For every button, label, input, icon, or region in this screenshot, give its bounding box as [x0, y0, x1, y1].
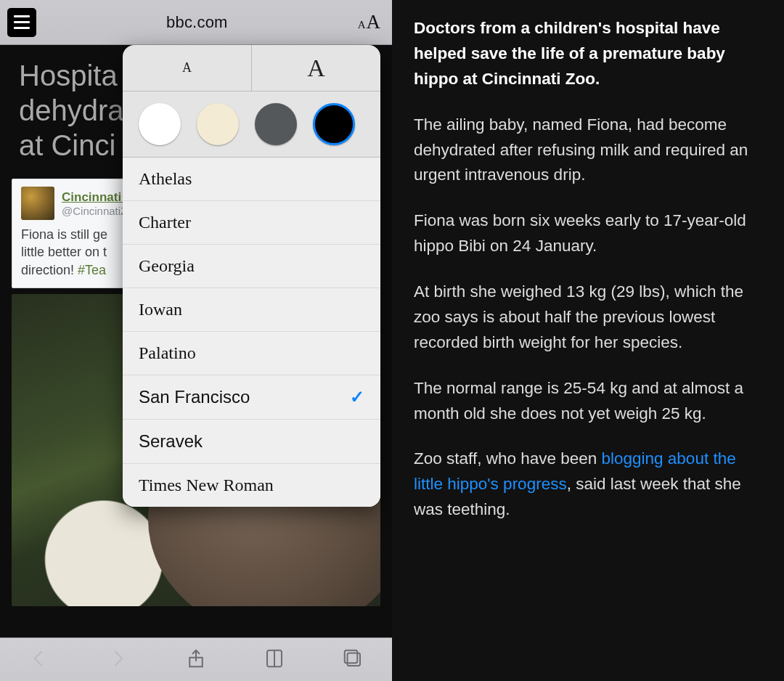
font-option-label: Charter — [139, 213, 191, 232]
article-paragraph: At birth she weighed 13 kg (29 lbs), whi… — [414, 280, 768, 356]
font-option-iowan[interactable]: Iowan — [123, 288, 380, 332]
theme-swatch-black[interactable] — [313, 103, 355, 145]
back-button[interactable] — [28, 648, 50, 672]
font-option-charter[interactable]: Charter — [123, 201, 380, 245]
theme-swatch-sepia[interactable] — [197, 103, 239, 145]
bookmarks-button[interactable] — [264, 648, 285, 672]
text-size-button[interactable]: AA — [358, 11, 385, 33]
theme-swatch-white[interactable] — [139, 103, 181, 145]
font-option-san-francisco[interactable]: San Francisco✓ — [123, 375, 380, 420]
text-size-small-icon: A — [358, 19, 366, 31]
article-paragraph: The normal range is 25-54 kg and at almo… — [414, 376, 768, 427]
font-option-label: Times New Roman — [139, 476, 274, 495]
left-screenshot: bbc.com AA Hospitadehydraat Cinci Cincin… — [0, 0, 392, 681]
font-list: AthelasCharterGeorgiaIowanPalatinoSan Fr… — [123, 158, 380, 507]
article-lead: Doctors from a children's hospital have … — [414, 16, 768, 92]
font-option-label: Seravek — [139, 431, 203, 452]
theme-row — [123, 91, 380, 158]
avatar — [21, 187, 54, 220]
text-size-row: A A — [123, 45, 380, 91]
svg-rect-3 — [348, 653, 361, 666]
tabs-button[interactable] — [342, 648, 364, 672]
theme-swatch-gray[interactable] — [255, 103, 297, 145]
article-paragraph: Zoo staff, who have been blogging about … — [414, 446, 768, 523]
svg-rect-4 — [345, 650, 358, 663]
font-option-label: Iowan — [139, 300, 182, 319]
font-option-label: San Francisco — [139, 387, 250, 407]
right-screenshot-article: Doctors from a children's hospital have … — [392, 0, 784, 681]
font-option-seravek[interactable]: Seravek — [123, 420, 380, 464]
font-option-palatino[interactable]: Palatino — [123, 332, 380, 375]
font-option-georgia[interactable]: Georgia — [123, 245, 380, 288]
article-paragraph: The ailing baby, named Fiona, had become… — [414, 113, 768, 189]
reader-appearance-popover: A A AthelasCharterGeorgiaIowanPalatinoSa… — [123, 45, 380, 507]
forward-button[interactable] — [107, 648, 128, 672]
reader-view-button[interactable] — [7, 8, 36, 37]
font-option-label: Georgia — [139, 256, 195, 276]
font-option-label: Athelas — [139, 169, 192, 189]
text-size-large-icon: A — [367, 11, 381, 33]
safari-toolbar: bbc.com AA — [0, 0, 392, 45]
decrease-text-size[interactable]: A — [123, 45, 252, 91]
font-option-times-new-roman[interactable]: Times New Roman — [123, 464, 380, 507]
url-display[interactable]: bbc.com — [36, 13, 358, 32]
font-option-athelas[interactable]: Athelas — [123, 158, 380, 201]
share-button[interactable] — [185, 648, 207, 672]
font-option-label: Palatino — [139, 343, 196, 363]
checkmark-icon: ✓ — [350, 387, 364, 407]
increase-text-size[interactable]: A — [252, 45, 380, 91]
bottom-tabbar — [0, 637, 392, 681]
article-paragraph: Fiona was born six weeks early to 17-yea… — [414, 208, 768, 259]
